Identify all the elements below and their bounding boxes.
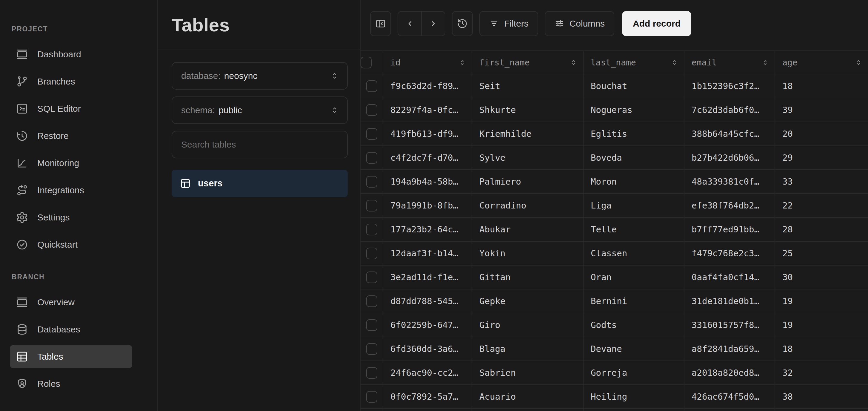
- cell-id: 177a23b2-64c…: [383, 218, 472, 242]
- cell-last-name: Boveda: [584, 146, 684, 170]
- cell-first-name: Sabrien: [472, 361, 584, 385]
- cell-last-name: Liga: [584, 194, 684, 218]
- row-checkbox[interactable]: [366, 295, 377, 307]
- row-checkbox[interactable]: [366, 271, 377, 283]
- cell-age: 30: [775, 266, 868, 289]
- columns-button[interactable]: Columns: [545, 11, 614, 36]
- column-header-label: first_name: [479, 58, 530, 67]
- sidebar-item-roles[interactable]: Roles: [10, 372, 132, 395]
- database-select-label: database:: [181, 71, 221, 81]
- row-checkbox[interactable]: [366, 391, 377, 403]
- row-checkbox[interactable]: [366, 247, 377, 259]
- row-checkbox-cell: [361, 313, 383, 337]
- tables-panel-header: Tables: [158, 0, 360, 50]
- cell-age: 18: [775, 337, 868, 361]
- table-row: 194a9b4a-58b…PalmieroMoron48a339381c0f…3…: [361, 170, 868, 194]
- schema-select[interactable]: schema: public: [172, 96, 348, 124]
- cell-email: 388b64a45cfc…: [684, 122, 775, 146]
- filter-icon: [489, 19, 499, 29]
- sidebar-item-label: Branches: [37, 77, 75, 87]
- row-checkbox[interactable]: [366, 176, 377, 187]
- table-row: 24f6ac90-cc2…SabrienGorrejaa2018a820ed8……: [361, 361, 868, 385]
- row-checkbox[interactable]: [366, 128, 377, 140]
- column-header-first-name[interactable]: first_name: [472, 51, 584, 75]
- row-checkbox-cell: [361, 337, 383, 361]
- cell-email: 426ac674f5d0…: [684, 385, 775, 409]
- sidebar-item-quickstart[interactable]: Quickstart: [10, 233, 132, 256]
- sidebar-item-monitoring[interactable]: Monitoring: [10, 151, 132, 175]
- database-select[interactable]: database: neosync: [172, 62, 348, 90]
- cell-first-name: Sylve: [472, 146, 584, 170]
- cell-id: c4f2dc7f-d70…: [383, 146, 472, 170]
- cell-email: b7ff77ed91bb…: [684, 218, 775, 242]
- history-button[interactable]: [452, 11, 473, 36]
- cell-first-name: Kriemhilde: [472, 122, 584, 146]
- collapse-panel-button[interactable]: [370, 11, 391, 36]
- sidebar-item-settings[interactable]: Settings: [10, 206, 132, 229]
- cell-email: a2018a820ed8…: [684, 361, 775, 385]
- cell-id: d87dd788-545…: [383, 289, 472, 313]
- column-header-last-name[interactable]: last_name: [584, 51, 684, 75]
- sidebar-item-databases[interactable]: Databases: [10, 318, 132, 341]
- cell-age: 33: [775, 170, 868, 194]
- table-list-item-users[interactable]: users: [172, 170, 348, 197]
- search-tables-box: [172, 131, 348, 158]
- select-all-checkbox[interactable]: [361, 57, 372, 68]
- cell-last-name: [584, 409, 684, 411]
- toolbar: Filters Columns Add record: [361, 0, 868, 36]
- back-button[interactable]: [398, 12, 421, 35]
- row-checkbox[interactable]: [366, 343, 377, 355]
- column-header-email[interactable]: email: [684, 51, 775, 75]
- row-checkbox[interactable]: [366, 80, 377, 92]
- row-checkbox[interactable]: [366, 104, 377, 116]
- row-checkbox-cell: [361, 98, 383, 122]
- cell-last-name: Bernini: [584, 289, 684, 313]
- row-checkbox[interactable]: [366, 319, 377, 331]
- row-checkbox[interactable]: [366, 200, 377, 211]
- cell-age: 28: [775, 218, 868, 242]
- cell-first-name: Blaga: [472, 337, 584, 361]
- add-record-button[interactable]: Add record: [622, 11, 691, 36]
- table-row: 6f02259b-647…GiroGodts3316015757f8…19: [361, 313, 868, 337]
- forward-button[interactable]: [422, 12, 445, 35]
- overview-icon: [16, 296, 28, 309]
- cell-first-name: Acuario: [472, 385, 584, 409]
- chevron-up-down-icon: [330, 71, 339, 81]
- cell-email: a8f2841da659…: [684, 337, 775, 361]
- cell-id: 6f02259b-647…: [383, 313, 472, 337]
- table-icon: [180, 178, 191, 189]
- row-checkbox[interactable]: [366, 224, 377, 235]
- row-checkbox-cell: [361, 409, 383, 411]
- column-header-age[interactable]: age: [775, 51, 868, 75]
- row-checkbox[interactable]: [366, 152, 377, 164]
- cell-id: 79a1991b-8fb…: [383, 194, 472, 218]
- search-tables-input[interactable]: [172, 131, 347, 158]
- cell-email: 3316015757f8…: [684, 313, 775, 337]
- cell-first-name: Shkurte: [472, 98, 584, 122]
- sidebar-item-integrations[interactable]: Integrations: [10, 179, 132, 202]
- row-checkbox-cell: [361, 146, 383, 170]
- cell-last-name: Devane: [584, 337, 684, 361]
- sidebar-section-project: PROJECTDashboardBranchesSQL EditorRestor…: [10, 25, 132, 256]
- app: PROJECTDashboardBranchesSQL EditorRestor…: [0, 0, 868, 411]
- sidebar-item-overview[interactable]: Overview: [10, 291, 132, 314]
- cell-last-name: Bouchat: [584, 75, 684, 98]
- sidebar-item-label: Roles: [37, 379, 60, 389]
- table-row: 177a23b2-64c…AbukarTelleb7ff77ed91bb…28: [361, 218, 868, 242]
- tables-panel: Tables database: neosync schema: public: [158, 0, 361, 411]
- sidebar-item-restore[interactable]: Restore: [10, 124, 132, 148]
- filters-button[interactable]: Filters: [479, 11, 538, 36]
- cell-id: 194a9b4a-58b…: [383, 170, 472, 194]
- sidebar-item-branches[interactable]: Branches: [10, 70, 132, 93]
- cell-age: 38: [775, 385, 868, 409]
- row-checkbox[interactable]: [366, 367, 377, 379]
- sidebar-item-label: Integrations: [37, 185, 84, 195]
- row-checkbox-cell: [361, 289, 383, 313]
- sidebar-item-tables[interactable]: Tables: [10, 345, 132, 368]
- sidebar-item-dashboard[interactable]: Dashboard: [10, 43, 132, 66]
- section-label: BRANCH: [10, 273, 132, 281]
- sidebar-item-sql-editor[interactable]: SQL Editor: [10, 97, 132, 120]
- table-row: 0f0c7892-5a7…AcuarioHeiling426ac674f5d0……: [361, 385, 868, 409]
- column-header-id[interactable]: id: [383, 51, 472, 75]
- sidebar-section-branch: BRANCHOverviewDatabasesTablesRoles: [10, 273, 132, 395]
